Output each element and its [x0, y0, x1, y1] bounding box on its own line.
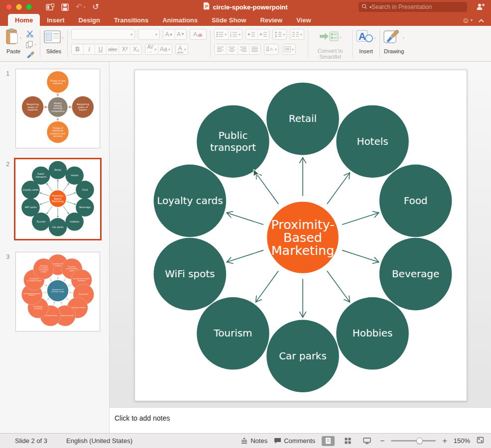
- diagram-label: Beverage: [392, 268, 439, 280]
- tab-design[interactable]: Design: [72, 14, 107, 26]
- cut-icon[interactable]: [26, 29, 36, 38]
- slide-sorter-button[interactable]: [341, 436, 354, 446]
- diagram-label: Loyalty cards: [23, 189, 39, 191]
- justify-button[interactable]: [249, 44, 260, 54]
- search-icon: [362, 2, 368, 11]
- strikethrough-button[interactable]: abe: [106, 44, 119, 54]
- collapse-ribbon-icon[interactable]: [479, 15, 484, 24]
- clear-formatting-button[interactable]: A: [190, 29, 207, 40]
- decrease-font-button[interactable]: A▼: [175, 29, 186, 39]
- slides-button[interactable]: ▾ Slides: [44, 28, 64, 60]
- italic-button[interactable]: I: [83, 44, 95, 54]
- superscript-button[interactable]: X²: [119, 44, 130, 54]
- align-left-button[interactable]: [215, 44, 226, 54]
- slideshow-view-button[interactable]: [361, 436, 373, 446]
- save-icon[interactable]: [61, 3, 69, 11]
- diagram-label: aspect: [69, 270, 75, 272]
- drawing-group: ▾ Drawing: [383, 28, 404, 60]
- diagram-label: products and: [50, 132, 65, 135]
- diagram-label: services: [53, 135, 63, 137]
- diagram-label: suppliers: [27, 109, 38, 111]
- diagram-label: Food: [82, 189, 88, 191]
- align-text-button[interactable]: ▾: [282, 44, 296, 55]
- diagram-label: entrants: [53, 82, 63, 85]
- tab-slide-show[interactable]: Slide Show: [205, 14, 253, 26]
- tab-review[interactable]: Review: [253, 14, 289, 26]
- diagram-label: a functional aspect: [27, 280, 42, 282]
- undo-icon: ↶▾: [76, 3, 85, 11]
- svg-text:P: P: [205, 4, 208, 9]
- zoom-button[interactable]: [26, 4, 32, 10]
- slide-thumbnail-2[interactable]: Proximity-BasedMarketingRetailHotelsFood…: [15, 159, 100, 239]
- slide-thumbnail-3[interactable]: Separation ofthematic mapsAccording to t…: [15, 252, 100, 332]
- slide-canvas[interactable]: Proximity-BasedMarketingRetailHotelsFood…: [134, 70, 467, 401]
- diagram-label: Marketing: [271, 243, 335, 258]
- diagram-label: Bargaining: [26, 103, 39, 106]
- bullets-button[interactable]: ▾: [215, 29, 228, 39]
- zoom-slider[interactable]: [391, 440, 436, 442]
- notes-toggle[interactable]: Notes: [241, 437, 267, 445]
- zoom-in-button[interactable]: +: [442, 437, 447, 445]
- minimize-button[interactable]: [16, 4, 22, 10]
- tab-home[interactable]: Home: [8, 14, 40, 26]
- search-input[interactable]: [371, 3, 464, 10]
- diagram-label: thematic maps: [51, 291, 64, 293]
- diagram-label: Proximity-: [52, 195, 64, 197]
- diagram-label: Food: [404, 195, 428, 207]
- new-slide-icon[interactable]: [46, 3, 54, 11]
- paste-icon: [5, 28, 19, 47]
- svg-text:A: A: [359, 31, 366, 42]
- eraser-icon: [197, 32, 203, 37]
- decrease-indent-button[interactable]: [246, 29, 257, 39]
- tab-insert[interactable]: Insert: [40, 14, 71, 26]
- tab-animations[interactable]: Animations: [155, 14, 205, 26]
- clipboard-group: ▾ Paste ▾: [5, 28, 36, 60]
- paste-button[interactable]: ▾ Paste: [5, 28, 22, 60]
- redo-icon[interactable]: ↺: [92, 3, 99, 11]
- bold-button[interactable]: B: [72, 44, 83, 54]
- diagram-label: Public: [37, 173, 44, 175]
- font-size-combo[interactable]: ▾: [138, 29, 160, 40]
- increase-indent-button[interactable]: [257, 29, 269, 39]
- diagram-label: Based: [54, 198, 62, 200]
- zoom-level[interactable]: 150%: [454, 437, 470, 445]
- format-painter-icon[interactable]: [26, 50, 36, 59]
- zoom-slider-thumb[interactable]: [416, 438, 423, 444]
- fit-to-window-button[interactable]: [477, 437, 484, 445]
- insert-button[interactable]: A ▾ Insert: [356, 28, 376, 60]
- subscript-button[interactable]: X₂: [130, 44, 141, 54]
- share-icon[interactable]: [476, 3, 485, 12]
- drawing-button[interactable]: ▾ Drawing: [383, 28, 404, 60]
- svg-text:A: A: [270, 47, 273, 52]
- notes-pane[interactable]: Click to add notes: [110, 407, 491, 433]
- underline-button[interactable]: U: [95, 44, 106, 54]
- search-box[interactable]: ▾: [359, 2, 467, 12]
- character-spacing-button[interactable]: AV↔▾: [145, 44, 158, 54]
- titlebar: ↶▾ ↺ P circle-spoke-powerpoint ▾: [0, 0, 491, 14]
- diagram-label: Hotels: [357, 136, 388, 147]
- comments-toggle[interactable]: Comments: [274, 437, 315, 445]
- language-indicator[interactable]: English (United States): [66, 437, 132, 445]
- slide-thumbnail-1[interactable]: RivalryamongexistingcompetitorsThreat of…: [15, 69, 100, 148]
- window-title: circle-spoke-powerpoint: [213, 3, 287, 11]
- text-direction-button[interactable]: A ▾: [264, 44, 279, 55]
- tab-view[interactable]: View: [289, 14, 318, 26]
- font-color-button[interactable]: A▾: [175, 44, 188, 55]
- normal-view-button[interactable]: [322, 436, 335, 446]
- insert-group: A ▾ Insert: [356, 28, 376, 60]
- diagram-label: Threat of: [52, 127, 63, 129]
- diagram-label: Hotels: [71, 174, 79, 177]
- close-button[interactable]: [6, 4, 12, 10]
- copy-icon[interactable]: ▾: [26, 40, 36, 49]
- align-center-button[interactable]: [226, 44, 238, 54]
- columns-button[interactable]: ▾: [290, 29, 304, 40]
- line-spacing-button[interactable]: ▾: [272, 29, 287, 40]
- feedback-smiley-icon[interactable]: ☺▾: [462, 16, 473, 24]
- zoom-out-button[interactable]: −: [380, 437, 384, 445]
- change-case-button[interactable]: Aa▾: [158, 44, 172, 54]
- align-right-button[interactable]: [238, 44, 249, 54]
- increase-font-button[interactable]: A▲: [163, 29, 175, 39]
- numbering-button[interactable]: 123 ▾: [228, 29, 242, 39]
- tab-transitions[interactable]: Transitions: [107, 14, 155, 26]
- font-name-combo[interactable]: ▾: [71, 29, 135, 40]
